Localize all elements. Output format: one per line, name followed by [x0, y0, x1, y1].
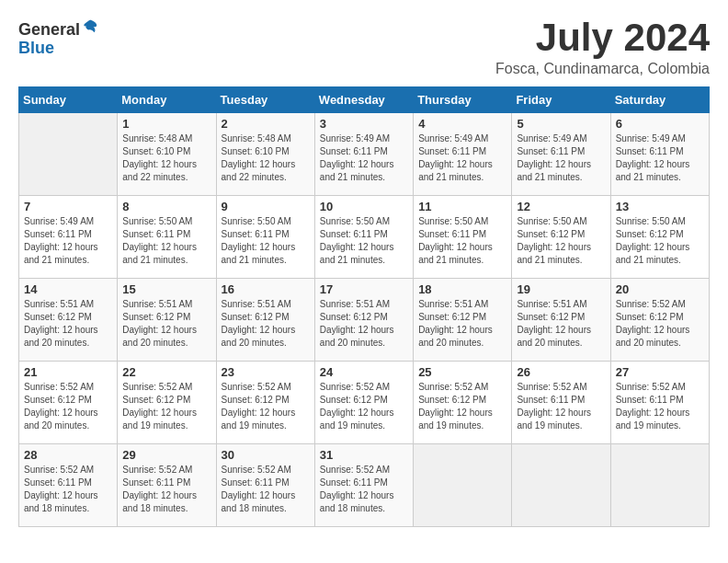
day-number: 20 [616, 282, 704, 296]
day-info: Sunrise: 5:51 AM Sunset: 6:12 PM Dayligh… [24, 298, 112, 350]
day-number: 23 [222, 365, 310, 379]
day-number: 11 [418, 200, 506, 213]
day-info: Sunrise: 5:51 AM Sunset: 6:12 PM Dayligh… [122, 298, 210, 350]
day-number: 27 [616, 365, 704, 379]
calendar-day-cell: 16Sunrise: 5:51 AM Sunset: 6:12 PM Dayli… [216, 279, 314, 362]
column-header-sunday: Sunday [19, 87, 118, 113]
title-block: July 2024 Fosca, Cundinamarca, Colombia [495, 18, 710, 77]
calendar-day-cell: 21Sunrise: 5:52 AM Sunset: 6:12 PM Dayli… [19, 362, 118, 444]
calendar-body: 1Sunrise: 5:48 AM Sunset: 6:10 PM Daylig… [19, 113, 710, 527]
day-info: Sunrise: 5:49 AM Sunset: 6:11 PM Dayligh… [517, 132, 605, 184]
day-info: Sunrise: 5:52 AM Sunset: 6:11 PM Dayligh… [222, 464, 310, 515]
calendar-week-row: 7Sunrise: 5:49 AM Sunset: 6:11 PM Daylig… [19, 196, 710, 279]
calendar-day-cell: 2Sunrise: 5:48 AM Sunset: 6:10 PM Daylig… [216, 113, 314, 196]
calendar-day-cell: 30Sunrise: 5:52 AM Sunset: 6:11 PM Dayli… [216, 444, 314, 527]
calendar-day-cell: 27Sunrise: 5:52 AM Sunset: 6:11 PM Dayli… [610, 362, 709, 444]
day-number: 25 [418, 365, 506, 379]
calendar-day-cell: 4Sunrise: 5:49 AM Sunset: 6:11 PM Daylig… [414, 113, 512, 196]
day-number: 26 [517, 365, 605, 379]
day-number: 15 [122, 282, 210, 296]
day-info: Sunrise: 5:52 AM Sunset: 6:11 PM Dayligh… [616, 381, 704, 432]
calendar-week-row: 28Sunrise: 5:52 AM Sunset: 6:11 PM Dayli… [19, 444, 710, 527]
day-info: Sunrise: 5:50 AM Sunset: 6:11 PM Dayligh… [320, 215, 408, 267]
day-info: Sunrise: 5:52 AM Sunset: 6:12 PM Dayligh… [24, 381, 112, 432]
calendar-day-cell: 23Sunrise: 5:52 AM Sunset: 6:12 PM Dayli… [216, 362, 314, 444]
calendar-day-cell: 25Sunrise: 5:52 AM Sunset: 6:12 PM Dayli… [414, 362, 512, 444]
day-number: 17 [320, 282, 408, 296]
day-info: Sunrise: 5:48 AM Sunset: 6:10 PM Dayligh… [122, 132, 210, 184]
column-header-thursday: Thursday [414, 87, 512, 113]
day-number: 13 [616, 200, 704, 213]
calendar-day-cell: 17Sunrise: 5:51 AM Sunset: 6:12 PM Dayli… [314, 279, 413, 362]
day-info: Sunrise: 5:49 AM Sunset: 6:11 PM Dayligh… [320, 132, 408, 184]
day-info: Sunrise: 5:52 AM Sunset: 6:11 PM Dayligh… [517, 381, 605, 432]
column-header-tuesday: Tuesday [216, 87, 314, 113]
day-number: 19 [517, 282, 605, 296]
calendar-day-cell: 28Sunrise: 5:52 AM Sunset: 6:11 PM Dayli… [19, 444, 118, 527]
day-info: Sunrise: 5:50 AM Sunset: 6:12 PM Dayligh… [616, 215, 704, 267]
calendar-day-cell: 26Sunrise: 5:52 AM Sunset: 6:11 PM Dayli… [512, 362, 610, 444]
calendar-day-cell: 20Sunrise: 5:52 AM Sunset: 6:12 PM Dayli… [610, 279, 709, 362]
day-number: 28 [24, 448, 112, 462]
month-year-title: July 2024 [495, 18, 710, 57]
day-number: 18 [418, 282, 506, 296]
day-info: Sunrise: 5:51 AM Sunset: 6:12 PM Dayligh… [517, 298, 605, 350]
page-header: General Blue July 2024 Fosca, Cundinamar… [18, 18, 710, 77]
calendar-day-cell: 29Sunrise: 5:52 AM Sunset: 6:11 PM Dayli… [118, 444, 216, 527]
column-header-friday: Friday [512, 87, 610, 113]
day-number: 3 [320, 117, 408, 131]
day-number: 8 [122, 200, 210, 213]
calendar-day-cell: 18Sunrise: 5:51 AM Sunset: 6:12 PM Dayli… [414, 279, 512, 362]
calendar-header-row: SundayMondayTuesdayWednesdayThursdayFrid… [19, 87, 710, 113]
day-info: Sunrise: 5:50 AM Sunset: 6:11 PM Dayligh… [418, 215, 506, 267]
day-number: 16 [222, 282, 310, 296]
day-info: Sunrise: 5:52 AM Sunset: 6:12 PM Dayligh… [320, 381, 408, 432]
calendar-day-cell: 3Sunrise: 5:49 AM Sunset: 6:11 PM Daylig… [314, 113, 413, 196]
calendar-week-row: 21Sunrise: 5:52 AM Sunset: 6:12 PM Dayli… [19, 362, 710, 444]
calendar-day-cell: 13Sunrise: 5:50 AM Sunset: 6:12 PM Dayli… [610, 196, 709, 279]
calendar-day-cell: 7Sunrise: 5:49 AM Sunset: 6:11 PM Daylig… [19, 196, 118, 279]
day-number: 29 [122, 448, 210, 462]
day-info: Sunrise: 5:49 AM Sunset: 6:11 PM Dayligh… [24, 215, 112, 267]
day-number: 12 [517, 200, 605, 213]
calendar-day-cell: 10Sunrise: 5:50 AM Sunset: 6:11 PM Dayli… [314, 196, 413, 279]
day-info: Sunrise: 5:50 AM Sunset: 6:11 PM Dayligh… [122, 215, 210, 267]
day-info: Sunrise: 5:52 AM Sunset: 6:12 PM Dayligh… [222, 381, 310, 432]
logo-blue: Blue [18, 39, 54, 57]
day-info: Sunrise: 5:52 AM Sunset: 6:11 PM Dayligh… [122, 464, 210, 515]
day-info: Sunrise: 5:52 AM Sunset: 6:12 PM Dayligh… [418, 381, 506, 432]
logo-general: General [18, 20, 80, 39]
calendar-day-cell: 6Sunrise: 5:49 AM Sunset: 6:11 PM Daylig… [610, 113, 709, 196]
calendar-day-cell: 12Sunrise: 5:50 AM Sunset: 6:12 PM Dayli… [512, 196, 610, 279]
calendar-day-cell: 14Sunrise: 5:51 AM Sunset: 6:12 PM Dayli… [19, 279, 118, 362]
column-header-wednesday: Wednesday [314, 87, 413, 113]
day-number: 2 [222, 117, 310, 131]
day-number: 24 [320, 365, 408, 379]
calendar-day-cell: 11Sunrise: 5:50 AM Sunset: 6:11 PM Dayli… [414, 196, 512, 279]
day-number: 14 [24, 282, 112, 296]
logo: General Blue [18, 18, 98, 58]
logo-bird-icon [82, 18, 98, 35]
calendar-day-cell [610, 444, 709, 527]
calendar-day-cell: 31Sunrise: 5:52 AM Sunset: 6:11 PM Dayli… [314, 444, 413, 527]
calendar-day-cell: 1Sunrise: 5:48 AM Sunset: 6:10 PM Daylig… [118, 113, 216, 196]
day-info: Sunrise: 5:52 AM Sunset: 6:11 PM Dayligh… [320, 464, 408, 515]
day-info: Sunrise: 5:52 AM Sunset: 6:12 PM Dayligh… [122, 381, 210, 432]
day-number: 5 [517, 117, 605, 131]
calendar-day-cell: 9Sunrise: 5:50 AM Sunset: 6:11 PM Daylig… [216, 196, 314, 279]
day-info: Sunrise: 5:49 AM Sunset: 6:11 PM Dayligh… [616, 132, 704, 184]
day-info: Sunrise: 5:51 AM Sunset: 6:12 PM Dayligh… [320, 298, 408, 350]
day-info: Sunrise: 5:51 AM Sunset: 6:12 PM Dayligh… [222, 298, 310, 350]
calendar-day-cell [19, 113, 118, 196]
column-header-saturday: Saturday [610, 87, 709, 113]
day-number: 9 [222, 200, 310, 213]
day-info: Sunrise: 5:48 AM Sunset: 6:10 PM Dayligh… [222, 132, 310, 184]
calendar-table: SundayMondayTuesdayWednesdayThursdayFrid… [18, 86, 710, 527]
calendar-day-cell: 19Sunrise: 5:51 AM Sunset: 6:12 PM Dayli… [512, 279, 610, 362]
day-number: 4 [418, 117, 506, 131]
day-info: Sunrise: 5:52 AM Sunset: 6:11 PM Dayligh… [24, 464, 112, 515]
day-number: 21 [24, 365, 112, 379]
column-header-monday: Monday [118, 87, 216, 113]
day-info: Sunrise: 5:52 AM Sunset: 6:12 PM Dayligh… [616, 298, 704, 350]
location-subtitle: Fosca, Cundinamarca, Colombia [495, 61, 710, 77]
